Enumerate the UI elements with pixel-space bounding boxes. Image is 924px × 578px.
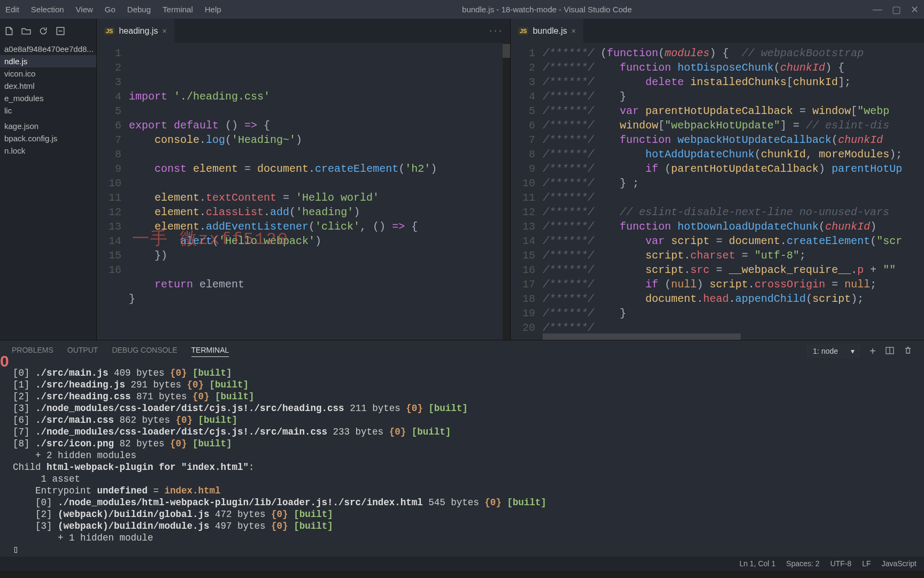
explorer-toolbar [0,24,96,43]
file-item[interactable]: a0e8af948e470ee7dd8... [0,43,96,55]
panel-tab-output[interactable]: OUTPUT [67,346,98,357]
terminal-output[interactable]: [0] ./src/main.js 409 bytes {0} [built][… [0,362,924,557]
tab-heading-js[interactable]: JS heading.js × [97,19,174,43]
panel-actions: 1: node + [807,345,912,358]
title-bar: EditSelectionViewGoDebugTerminalHelp bun… [0,0,924,19]
tab-overflow-icon[interactable]: ··· [489,25,510,36]
kill-terminal-icon[interactable] [904,346,912,356]
bottom-panel: PROBLEMSOUTPUTDEBUG CONSOLETERMINAL 1: n… [0,340,924,557]
status-eol[interactable]: LF [862,559,871,568]
close-tab-icon[interactable]: × [162,27,166,35]
watermark-text: 一手 微zxff5120 [132,232,289,247]
tab-label: heading.js [119,26,158,36]
menu-terminal[interactable]: Terminal [163,5,193,14]
minimize-icon[interactable]: — [873,4,882,16]
new-folder-icon[interactable] [21,26,31,37]
panel-tab-debug-console[interactable]: DEBUG CONSOLE [112,346,177,357]
tab-bundle-js[interactable]: JS bundle.js × [511,19,583,43]
status-encoding[interactable]: UTF-8 [830,559,852,568]
menu-help[interactable]: Help [205,5,221,14]
menu-go[interactable]: Go [105,5,116,14]
tab-bar-left: JS heading.js × ··· [97,19,510,43]
vertical-scrollbar[interactable] [503,43,510,340]
maximize-icon[interactable]: ▢ [892,4,901,16]
file-item[interactable]: lic [0,104,96,117]
close-tab-icon[interactable]: × [572,27,576,35]
explorer-sidebar: a0e8af948e470ee7dd8...ndle.jsvicon.icode… [0,19,96,340]
collapse-icon[interactable] [56,26,65,37]
panel-tab-terminal[interactable]: TERMINAL [191,346,229,357]
file-item[interactable]: vicon.ico [0,67,96,80]
code-editor-right[interactable]: 1234567891011121314151617181920 /******/… [511,43,924,340]
menu-selection[interactable]: Selection [31,5,64,14]
refresh-icon[interactable] [38,26,48,37]
horizontal-scrollbar[interactable] [543,333,917,340]
window-title: bundle.js - 18-watch-mode - Visual Studi… [221,5,873,14]
code-editor-left[interactable]: 12345678910111213141516 import './headin… [97,43,510,340]
new-file-icon[interactable] [4,26,14,37]
js-file-icon: JS [518,27,528,35]
js-file-icon: JS [104,27,114,35]
overlay-annotation: 0 [0,352,9,370]
file-item[interactable]: kage.json [0,120,96,132]
close-icon[interactable]: ✕ [911,4,919,16]
main-area: a0e8af948e470ee7dd8...ndle.jsvicon.icode… [0,19,924,340]
file-item[interactable]: n.lock [0,144,96,157]
menu-edit[interactable]: Edit [5,5,19,14]
editor-group: JS heading.js × ··· 12345678910111213141… [96,19,924,340]
status-lncol[interactable]: Ln 1, Col 1 [740,559,776,568]
status-language[interactable]: JavaScript [882,559,917,568]
file-item[interactable]: dex.html [0,80,96,92]
file-item[interactable]: bpack.config.js [0,132,96,144]
new-terminal-icon[interactable]: + [869,345,876,358]
file-item[interactable]: ndle.js [0,55,96,67]
editor-pane-right: JS bundle.js × 1234567891011121314151617… [510,19,924,340]
menu-view[interactable]: View [76,5,93,14]
terminal-selector[interactable]: 1: node [807,345,860,358]
file-item[interactable]: e_modules [0,92,96,104]
menu-bar: EditSelectionViewGoDebugTerminalHelp [5,5,221,14]
panel-tab-bar: PROBLEMSOUTPUTDEBUG CONSOLETERMINAL 1: n… [0,340,924,362]
status-bar: Ln 1, Col 1 Spaces: 2 UTF-8 LF JavaScrip… [0,557,924,571]
split-terminal-icon[interactable] [886,346,894,356]
window-controls: — ▢ ✕ [873,4,919,16]
panel-tab-problems[interactable]: PROBLEMS [12,346,53,357]
tab-bar-right: JS bundle.js × [511,19,924,43]
menu-debug[interactable]: Debug [127,5,151,14]
editor-pane-left: JS heading.js × ··· 12345678910111213141… [96,19,510,340]
status-spaces[interactable]: Spaces: 2 [786,559,819,568]
tab-label: bundle.js [533,26,567,36]
